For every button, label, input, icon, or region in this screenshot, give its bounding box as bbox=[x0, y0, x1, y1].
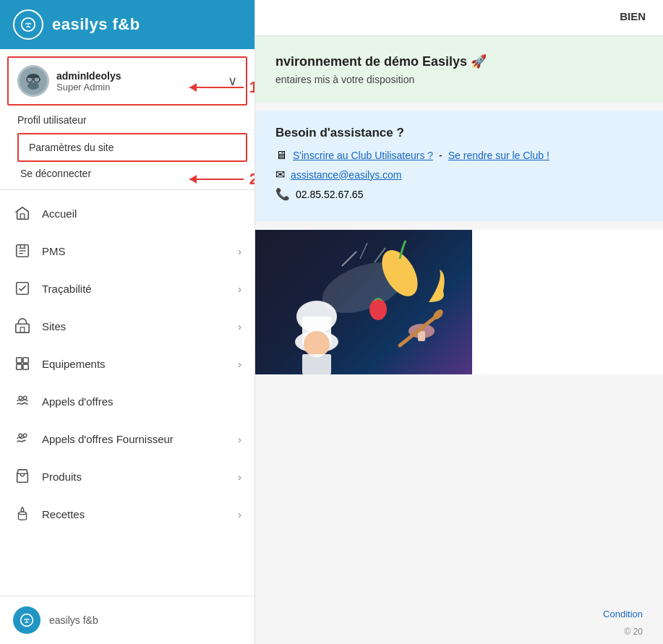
phone-icon: 📞 bbox=[275, 187, 290, 201]
annotation-arrow-1: 1 bbox=[189, 78, 255, 97]
svg-rect-19 bbox=[23, 364, 28, 369]
svg-point-30 bbox=[296, 301, 337, 332]
pms-icon bbox=[13, 241, 32, 260]
footer-copyright: © 20 bbox=[255, 627, 663, 644]
svg-point-7 bbox=[27, 82, 39, 90]
svg-rect-17 bbox=[23, 358, 28, 363]
welcome-subtitle: entaires mis à votre disposition bbox=[275, 74, 643, 85]
appels-offres-fournisseur-icon bbox=[13, 429, 32, 448]
pms-chevron: › bbox=[238, 245, 241, 257]
assistance-title: Besoin d'assistance ? bbox=[275, 126, 643, 140]
svg-point-1 bbox=[20, 67, 47, 95]
sidebar-header: easilys f&b bbox=[0, 0, 254, 49]
annotation-label-2: 2 bbox=[249, 170, 255, 189]
svg-rect-36 bbox=[418, 331, 425, 341]
produits-chevron: › bbox=[238, 471, 241, 483]
svg-rect-16 bbox=[17, 358, 22, 363]
svg-rect-18 bbox=[17, 364, 22, 369]
produits-label: Produits bbox=[42, 471, 228, 483]
assistance-section: Besoin d'assistance ? 🖥 S'inscrire au Cl… bbox=[255, 111, 663, 221]
accueil-label: Accueil bbox=[42, 207, 241, 220]
annotation-arrow-2: 2 bbox=[189, 170, 255, 189]
main-content: BIEN nvironnement de démo Easilys 🚀 enta… bbox=[255, 0, 663, 644]
tracabilite-label: Traçabilité bbox=[42, 283, 228, 295]
sidebar-item-equipements[interactable]: Equipements › bbox=[0, 345, 254, 382]
welcome-title: nvironnement de démo Easilys 🚀 bbox=[275, 53, 643, 69]
sidebar-item-recettes[interactable]: Recettes › bbox=[0, 495, 254, 533]
svg-line-38 bbox=[360, 243, 367, 259]
appels-offres-fournisseur-label: Appels d'offres Fournisseur bbox=[42, 433, 228, 445]
tracabilite-chevron: › bbox=[238, 283, 241, 295]
app-title: easilys f&b bbox=[52, 15, 140, 34]
svg-rect-8 bbox=[20, 214, 25, 219]
svg-point-34 bbox=[369, 299, 387, 320]
footer-app-label: easilys f&b bbox=[49, 614, 98, 626]
topbar-text: BIEN bbox=[620, 10, 646, 22]
home-icon bbox=[13, 204, 32, 223]
svg-line-37 bbox=[342, 252, 356, 266]
club-icon: 🖥 bbox=[275, 149, 287, 162]
food-image-section bbox=[255, 230, 663, 374]
assistance-club-item: 🖥 S'inscrire au Club Utilisateurs ? - Se… bbox=[275, 149, 643, 162]
footer-logo-icon bbox=[13, 606, 40, 634]
assistance-phone-item: 📞 02.85.52.67.65 bbox=[275, 187, 643, 201]
equipements-chevron: › bbox=[238, 358, 241, 370]
appels-offres-label: Appels d'offres bbox=[42, 395, 241, 408]
profil-utilisateur-item[interactable]: Profil utilisateur bbox=[10, 108, 254, 132]
tracabilite-icon bbox=[13, 279, 32, 298]
welcome-title-text: nvironnement de démo Easilys 🚀 bbox=[275, 54, 487, 69]
club-link-2[interactable]: Se rendre sur le Club ! bbox=[448, 150, 549, 161]
food-image-inner bbox=[255, 230, 472, 374]
avatar bbox=[17, 65, 49, 97]
svg-point-22 bbox=[19, 434, 22, 437]
sidebar-item-appels-offres-fournisseur[interactable]: Appels d'offres Fournisseur › bbox=[0, 420, 254, 458]
equipements-icon bbox=[13, 354, 32, 373]
svg-point-31 bbox=[304, 331, 330, 357]
assistance-email-item: ✉ assistance@easilys.com bbox=[275, 168, 643, 181]
assistance-separator: - bbox=[439, 150, 442, 161]
assistance-email[interactable]: assistance@easilys.com bbox=[291, 169, 402, 181]
sidebar-item-pms[interactable]: PMS › bbox=[0, 232, 254, 270]
parametres-du-site-item[interactable]: Paramètres du site bbox=[17, 133, 247, 162]
condition-link[interactable]: Condition bbox=[603, 609, 643, 619]
food-image bbox=[255, 230, 472, 374]
annotation-label-1: 1 bbox=[249, 78, 255, 97]
produits-icon bbox=[13, 467, 32, 486]
app-logo-icon bbox=[13, 9, 43, 40]
svg-point-23 bbox=[23, 434, 27, 437]
appels-offres-icon bbox=[13, 392, 32, 411]
recettes-icon bbox=[13, 505, 32, 523]
svg-point-20 bbox=[19, 396, 22, 400]
sidebar-item-produits[interactable]: Produits › bbox=[0, 458, 254, 495]
sidebar: easilys f&b adminIdeolys Super Admin ∨ bbox=[0, 0, 255, 644]
svg-rect-14 bbox=[16, 324, 29, 332]
svg-rect-32 bbox=[302, 354, 331, 374]
welcome-section: nvironnement de démo Easilys 🚀 entaires … bbox=[255, 36, 663, 103]
club-link-1[interactable]: S'inscrire au Club Utilisateurs ? bbox=[293, 150, 433, 161]
svg-rect-15 bbox=[20, 327, 25, 332]
sites-label: Sites bbox=[42, 320, 228, 332]
svg-point-25 bbox=[19, 512, 27, 515]
sidebar-item-accueil[interactable]: Accueil bbox=[0, 194, 254, 232]
equipements-label: Equipements bbox=[42, 358, 228, 370]
footer-links: Condition bbox=[255, 601, 663, 627]
pms-label: PMS bbox=[42, 245, 228, 257]
svg-point-21 bbox=[23, 396, 27, 400]
sidebar-footer: easilys f&b bbox=[0, 596, 254, 644]
copyright-text: © 20 bbox=[624, 627, 643, 637]
sites-icon bbox=[13, 317, 32, 335]
email-icon: ✉ bbox=[275, 168, 285, 181]
sidebar-item-sites[interactable]: Sites › bbox=[0, 307, 254, 345]
divider-1 bbox=[0, 189, 254, 190]
sidebar-item-appels-offres[interactable]: Appels d'offres bbox=[0, 382, 254, 420]
sidebar-item-tracabilite[interactable]: Traçabilité › bbox=[0, 270, 254, 307]
recettes-label: Recettes bbox=[42, 508, 228, 520]
assistance-phone: 02.85.52.67.65 bbox=[296, 189, 363, 200]
recettes-chevron: › bbox=[238, 508, 241, 520]
sites-chevron: › bbox=[238, 320, 241, 332]
appels-offres-fournisseur-chevron: › bbox=[238, 433, 241, 445]
main-topbar: BIEN bbox=[255, 0, 663, 36]
